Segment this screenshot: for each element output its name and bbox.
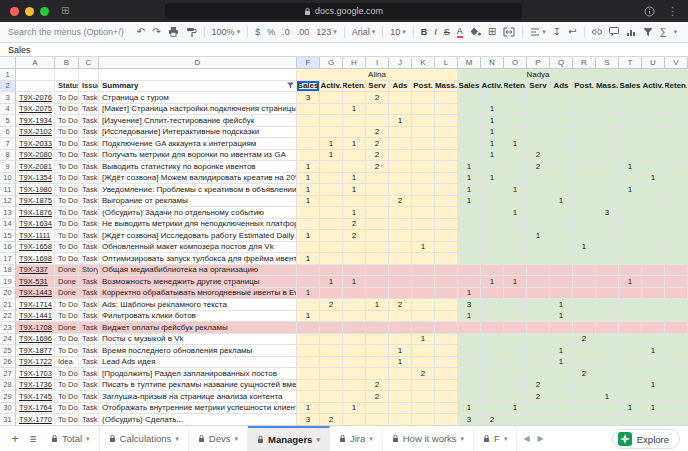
cell-G29[interactable] [320, 391, 343, 403]
cell-H21[interactable] [343, 299, 366, 311]
cell-L21[interactable] [435, 299, 458, 311]
summary-cell[interactable]: [Ждёт созвона] Можем валидировать креати… [99, 173, 297, 185]
cell-K5[interactable] [412, 115, 435, 127]
row-header-31[interactable]: 31 [0, 414, 16, 425]
cell-N23[interactable] [481, 322, 504, 334]
cell-G20[interactable] [320, 288, 343, 300]
cell-F23[interactable] [297, 322, 320, 334]
cell-K24[interactable]: 1 [412, 334, 435, 346]
cell-J5[interactable]: 1 [389, 115, 412, 127]
status-cell[interactable]: Done [55, 288, 79, 300]
cell-K18[interactable] [412, 265, 435, 277]
cell-U7[interactable] [642, 138, 665, 150]
italic-button[interactable]: I [434, 27, 437, 37]
cell-N7[interactable]: 1 [481, 138, 504, 150]
task-id-link[interactable]: T9X-1703 [19, 369, 52, 378]
status-cell[interactable]: To Do [55, 391, 79, 403]
cell-U21[interactable] [642, 299, 665, 311]
cell-Q17[interactable] [550, 253, 573, 265]
cell-V27[interactable] [665, 368, 688, 380]
cell-R11[interactable] [573, 184, 596, 196]
cell-I9[interactable]: 2 [366, 161, 389, 173]
cell-O15[interactable] [504, 230, 527, 242]
cell-P3[interactable] [527, 92, 550, 104]
row-header-10[interactable]: 10 [0, 173, 16, 185]
cell-T8[interactable] [619, 150, 642, 162]
summary-cell[interactable]: Не выводить метрики для неподключенных п… [99, 219, 297, 231]
cell-T30[interactable]: 1 [619, 403, 642, 415]
task-id-cell[interactable]: T9X-1703 [16, 368, 55, 380]
cell-R16[interactable]: 1 [573, 242, 596, 254]
cell-O27[interactable] [504, 368, 527, 380]
summary-cell[interactable]: Писать в тултипе рекламы название сущнос… [99, 380, 297, 392]
cell-G18[interactable] [320, 265, 343, 277]
tab-menu-icon[interactable]: ▾ [369, 435, 373, 443]
task-id-link[interactable]: T9X-1111 [19, 231, 50, 240]
issue-type-cell[interactable]: Task [79, 334, 99, 346]
add-sheet-button[interactable]: + [6, 432, 24, 446]
group-header-nadya[interactable]: Nadya [458, 69, 619, 81]
cell-A1[interactable] [16, 69, 55, 81]
tab-menu-icon[interactable]: ▾ [316, 436, 320, 444]
cell-V25[interactable] [665, 345, 688, 357]
issue-type-cell[interactable]: Task [79, 219, 99, 231]
cell-Q24[interactable] [550, 334, 573, 346]
issue-type-cell[interactable]: Task [79, 380, 99, 392]
cell-M18[interactable] [458, 265, 481, 277]
cell-V29[interactable] [665, 391, 688, 403]
cell-S29[interactable]: 1 [596, 391, 619, 403]
col-header-L[interactable]: L [435, 57, 458, 69]
cell-P6[interactable] [527, 127, 550, 139]
cell-Q25[interactable]: 1 [550, 345, 573, 357]
cell-T11[interactable]: 1 [619, 184, 642, 196]
sheet-tab-managers[interactable]: Managers▾ [248, 426, 330, 451]
row-header-14[interactable]: 14 [0, 219, 16, 231]
cell-K30[interactable] [412, 403, 435, 415]
filter-icon[interactable] [643, 27, 653, 37]
task-id-cell[interactable]: T9X-1877 [16, 345, 55, 357]
cell-G8[interactable]: 1 [320, 150, 343, 162]
cell-J14[interactable] [389, 219, 412, 231]
cell-M21[interactable]: 3 [458, 299, 481, 311]
cell-V9[interactable] [665, 161, 688, 173]
cell-M24[interactable] [458, 334, 481, 346]
summary-cell[interactable]: Отображать внутренние метрики успешности… [99, 403, 297, 415]
cell-P13[interactable] [527, 207, 550, 219]
cell-M31[interactable]: 3 [458, 414, 481, 425]
select-all-corner[interactable] [0, 57, 16, 69]
summary-cell[interactable]: Посты с музыкой в Vk [99, 334, 297, 346]
row-header-16[interactable]: 16 [0, 242, 16, 254]
task-id-cell[interactable]: T9X-1980 [16, 184, 55, 196]
status-cell[interactable]: To Do [55, 92, 79, 104]
cell-O9[interactable] [504, 161, 527, 173]
cell-F9[interactable]: 1 [297, 161, 320, 173]
col-header-O[interactable]: O [504, 57, 527, 69]
status-cell[interactable]: Done [55, 322, 79, 334]
cell-F13[interactable] [297, 207, 320, 219]
cell-U23[interactable] [642, 322, 665, 334]
scroll-tabs-left-icon[interactable]: ◀ [523, 434, 529, 443]
cell-H7[interactable]: 1 [343, 138, 366, 150]
cell-H23[interactable] [343, 322, 366, 334]
summary-cell[interactable]: Получать метрики для воронки по ивентам … [99, 150, 297, 162]
cell-F11[interactable]: 1 [297, 184, 320, 196]
cell-J7[interactable] [389, 138, 412, 150]
subheader-sales[interactable]: Sales [297, 81, 320, 93]
cell-F24[interactable] [297, 334, 320, 346]
cell-F21[interactable] [297, 299, 320, 311]
cell-I16[interactable] [366, 242, 389, 254]
cell-J23[interactable] [389, 322, 412, 334]
issue-type-cell[interactable]: Task [79, 161, 99, 173]
cell-U16[interactable] [642, 242, 665, 254]
task-id-cell[interactable]: T9X-1443 [16, 288, 55, 300]
cell-R24[interactable]: 2 [573, 334, 596, 346]
status-cell[interactable]: To Do [55, 414, 79, 425]
cell-Q29[interactable] [550, 391, 573, 403]
task-id-cell[interactable]: T9X-1745 [16, 391, 55, 403]
cell-K11[interactable] [412, 184, 435, 196]
task-id-cell[interactable]: T9X-1441 [16, 311, 55, 323]
cell-G3[interactable] [320, 92, 343, 104]
cell-H24[interactable] [343, 334, 366, 346]
paint-format-icon[interactable] [186, 27, 197, 37]
col-header-G[interactable]: G [320, 57, 343, 69]
